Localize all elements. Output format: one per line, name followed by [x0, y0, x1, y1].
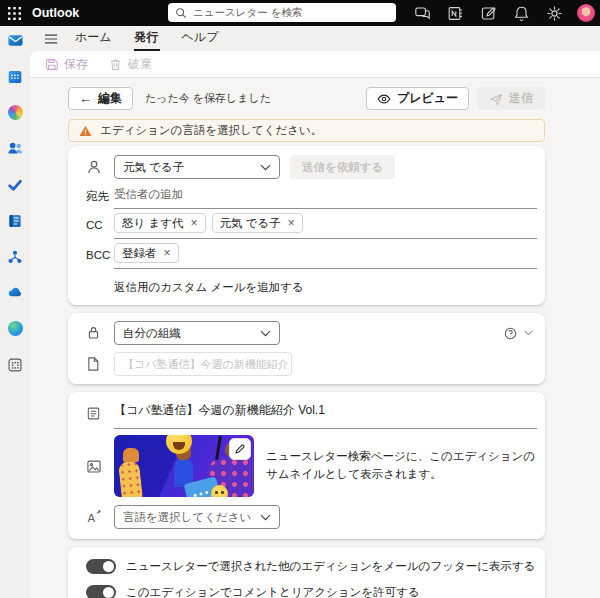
cc-recipients-input[interactable]: 怒り ます代 × 元気 でる子 ×	[114, 211, 537, 239]
edition-title-value: 【コバ塾通信】今週の新機能紹介 Vol.1	[114, 403, 325, 417]
places-sphere-icon	[8, 321, 23, 336]
chat-icon	[414, 5, 431, 22]
chat-button[interactable]	[412, 2, 432, 24]
chip-dismiss-icon[interactable]: ×	[288, 217, 295, 229]
hamburger-menu-button[interactable]	[40, 26, 62, 51]
rail-item-journal[interactable]	[4, 212, 26, 229]
page-icon	[86, 356, 100, 372]
onedrive-cloud-icon	[7, 284, 24, 301]
rail-item-copilot[interactable]	[4, 104, 26, 121]
onenote-feed-button[interactable]	[445, 2, 465, 24]
thumb-art-hand	[123, 448, 139, 462]
toggle-knob	[103, 587, 114, 598]
eye-icon	[377, 93, 391, 105]
cc-chip[interactable]: 元気 でる子 ×	[212, 213, 303, 233]
comments-reactions-toggle-label: このエディションでコメントとリアクションを許可する	[126, 585, 420, 598]
tab-row: ホーム 発行 ヘルプ	[30, 26, 600, 51]
language-dropdown[interactable]: 言語を選択してください	[114, 505, 280, 529]
bell-icon	[513, 5, 530, 22]
svg-text:A: A	[88, 512, 96, 525]
edition-title-input[interactable]: 【コバ塾通信】今週の新機能紹介 Vol.1	[114, 398, 537, 429]
people-icon	[7, 140, 24, 157]
back-arrow-icon: ←	[79, 92, 92, 105]
options-card: ニュースレターで選択された他のエディションをメールのフッターに表示する このエデ…	[68, 547, 545, 598]
person-icon	[86, 159, 102, 175]
tab-publish[interactable]: 発行	[134, 26, 160, 51]
tab-home[interactable]: ホーム	[74, 26, 113, 51]
language-dropdown-placeholder: 言語を選択してください	[123, 510, 251, 525]
rail-item-todo[interactable]	[4, 176, 26, 193]
settings-button[interactable]	[544, 2, 564, 24]
add-custom-reply-link[interactable]: 返信用のカスタム メールを追加する	[114, 280, 304, 295]
help-group	[504, 327, 537, 340]
outlook-app: Outlook ニュースレター を検索	[0, 0, 600, 598]
bcc-recipients-input[interactable]: 登録者 ×	[114, 241, 537, 269]
toggle-knob	[103, 561, 114, 572]
chevron-down-icon	[260, 330, 271, 337]
rail-item-calendar[interactable]	[4, 68, 26, 85]
chevron-down-icon	[260, 164, 271, 171]
edit-thumbnail-button[interactable]	[229, 438, 251, 460]
chip-label: 怒り ます代	[122, 216, 184, 231]
chip-dismiss-icon[interactable]: ×	[164, 247, 171, 259]
rail-item-onedrive[interactable]	[4, 284, 26, 301]
translate-icon: A	[86, 509, 102, 525]
cc-chip[interactable]: 怒り ます代 ×	[114, 213, 206, 233]
rail-item-mail[interactable]	[4, 32, 26, 49]
lock-icon	[86, 325, 101, 341]
warning-triangle-icon	[79, 125, 92, 137]
edit-back-button[interactable]: ← 編集	[68, 87, 133, 110]
chip-dismiss-icon[interactable]: ×	[191, 217, 198, 229]
tab-help[interactable]: ヘルプ	[181, 26, 220, 51]
content-area: ← 編集 たった今 を保存しました プレビュー	[30, 78, 600, 598]
audience-dropdown[interactable]: 自分の組織	[114, 321, 280, 345]
to-recipients-input[interactable]: 受信者の追加	[114, 183, 537, 209]
warning-message: エディションの言語を選択してください。	[100, 123, 322, 138]
footer-editions-toggle[interactable]	[86, 559, 116, 574]
notes-button[interactable]	[478, 2, 498, 24]
rail-item-places[interactable]	[4, 320, 26, 337]
more-apps-icon	[7, 357, 23, 373]
notifications-button[interactable]	[511, 2, 531, 24]
chip-label: 登録者	[122, 246, 157, 261]
org-chart-icon	[7, 249, 23, 265]
sender-card: 元気 でる子 送信を依頼する 宛先 受信者の追加	[68, 146, 545, 305]
pencil-icon	[234, 443, 246, 455]
chip-label: 元気 でる子	[220, 216, 281, 231]
chevron-down-icon	[524, 330, 533, 336]
search-icon	[175, 7, 187, 19]
ribbon-tabs: ホーム 発行 ヘルプ	[74, 26, 240, 51]
app-body: ホーム 発行 ヘルプ 保存 破棄	[0, 26, 600, 598]
discard-button[interactable]: 破棄	[108, 56, 152, 73]
send-button[interactable]: 送信	[477, 87, 545, 110]
waffle-icon	[8, 7, 21, 20]
rail-item-org-chart[interactable]	[4, 248, 26, 265]
thumbnail-image[interactable]	[114, 435, 254, 497]
trash-icon	[108, 57, 123, 72]
search-input[interactable]: ニュースレター を検索	[168, 3, 396, 22]
account-avatar[interactable]	[577, 4, 595, 22]
toolbar: 保存 破棄	[30, 51, 600, 78]
send-label: 送信	[509, 90, 533, 107]
comments-reactions-toggle[interactable]	[86, 585, 116, 598]
save-floppy-icon	[44, 57, 59, 72]
notes-icon	[480, 5, 497, 22]
bcc-chip[interactable]: 登録者 ×	[114, 243, 179, 263]
edit-label: 編集	[98, 90, 122, 107]
newsletter-dropdown-value: 【コバ塾通信】今週の新機能紹介	[123, 357, 289, 372]
rail-item-more-apps[interactable]	[4, 356, 26, 373]
app-launcher-button[interactable]	[0, 0, 28, 26]
preview-label: プレビュー	[397, 90, 458, 107]
hamburger-icon	[43, 31, 59, 47]
calendar-icon	[7, 69, 23, 85]
help-button[interactable]	[504, 327, 517, 340]
save-button[interactable]: 保存	[44, 56, 88, 73]
rail-item-people[interactable]	[4, 140, 26, 157]
sender-dropdown[interactable]: 元気 でる子	[114, 155, 280, 179]
help-expand-button[interactable]	[524, 330, 533, 336]
saved-status-text: たった今 を保存しました	[145, 91, 271, 106]
preview-button[interactable]: プレビュー	[366, 87, 469, 110]
to-placeholder: 受信者の追加	[114, 187, 183, 202]
to-label: 宛先	[86, 189, 114, 204]
request-send-button[interactable]: 送信を依頼する	[290, 155, 395, 179]
